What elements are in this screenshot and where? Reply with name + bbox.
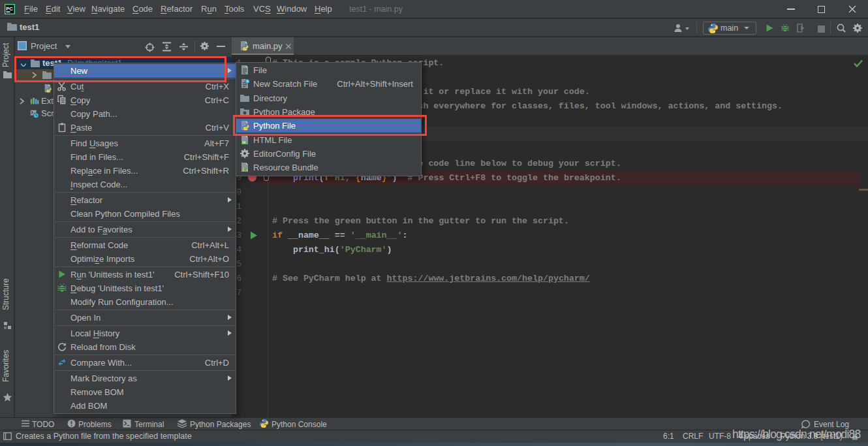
svg-text:PC: PC xyxy=(6,6,13,12)
svg-text:H: H xyxy=(243,140,245,144)
